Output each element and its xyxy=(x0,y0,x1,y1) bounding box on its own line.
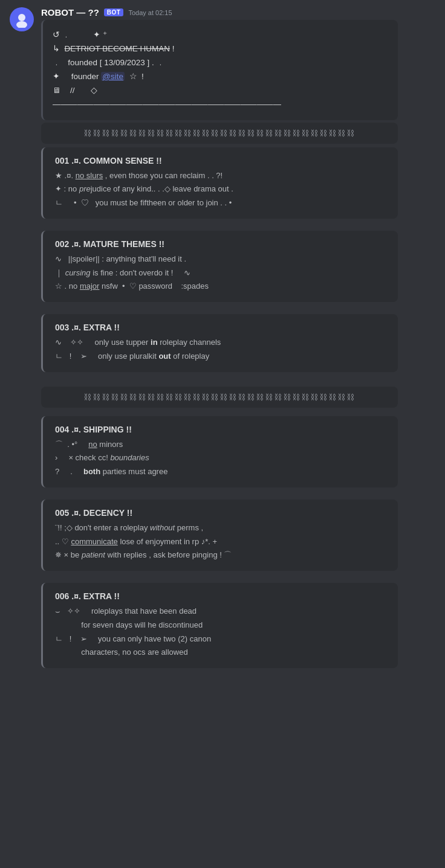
message-content: ROBOT — ?? BOT Today at 02:15 ↺ ﹒ ✦ ⁺ ↳ … xyxy=(41,7,435,672)
message-row: ROBOT — ?? BOT Today at 02:15 ↺ ﹒ ✦ ⁺ ↳ … xyxy=(0,5,445,674)
rule-005-body: ¨!! ;◇ don't enter a roleplay without pe… xyxy=(55,521,388,562)
intro-text: ↺ ﹒ ✦ ⁺ ↳ DETRIOT BECOME HUMAN ! ﹒ found… xyxy=(53,28,388,112)
chain-divider-1: ⛓⛓⛓⛓⛓⛓⛓⛓⛓⛓⛓⛓⛓⛓⛓⛓⛓⛓⛓⛓⛓⛓⛓⛓⛓⛓⛓⛓⛓⛓ xyxy=(41,123,398,144)
svg-point-1 xyxy=(16,21,27,28)
message-area: ROBOT — ?? BOT Today at 02:15 ↺ ﹒ ✦ ⁺ ↳ … xyxy=(0,0,445,679)
rule-004: 004 .¤. SHIPPING !! ⌒ . •° no minors › ×… xyxy=(41,416,398,487)
rule-001-body: ★ .¤. no slurs , even those you can recl… xyxy=(55,169,388,210)
rule-002: 002 .¤. MATURE THEMES !! ∿ ||spoiler|| :… xyxy=(41,231,398,302)
rule-003: 003 .¤. EXTRA !! ∿ ✧✧ only use tupper in… xyxy=(41,314,398,372)
chain-divider-2: ⛓⛓⛓⛓⛓⛓⛓⛓⛓⛓⛓⛓⛓⛓⛓⛓⛓⛓⛓⛓⛓⛓⛓⛓⛓⛓⛓⛓⛓⛓ xyxy=(41,387,398,408)
rule-001-title: 001 .¤. COMMON SENSE !! xyxy=(55,156,388,166)
header-row: ROBOT — ?? BOT Today at 02:15 xyxy=(41,7,435,18)
rule-004-title: 004 .¤. SHIPPING !! xyxy=(55,425,388,434)
rule-005: 005 .¤. DECENCY !! ¨!! ;◇ don't enter a … xyxy=(41,500,398,571)
bot-badge: BOT xyxy=(104,8,124,16)
rule-002-body: ∿ ||spoiler|| : anything that'll need it… xyxy=(55,252,388,294)
rule-006-body: ⌣ ✧✧ roleplays that have been dead for s… xyxy=(55,605,388,660)
rule-003-title: 003 .¤. EXTRA !! xyxy=(55,323,388,332)
avatar xyxy=(10,7,34,31)
rule-002-title: 002 .¤. MATURE THEMES !! xyxy=(55,239,388,249)
svg-point-0 xyxy=(18,14,25,21)
rule-005-title: 005 .¤. DECENCY !! xyxy=(55,508,388,518)
timestamp: Today at 02:15 xyxy=(128,9,172,16)
username: ROBOT — ?? xyxy=(41,7,99,18)
intro-card: ↺ ﹒ ✦ ⁺ ↳ DETRIOT BECOME HUMAN ! ﹒ found… xyxy=(41,20,398,120)
rule-003-body: ∿ ✧✧ only use tupper in roleplay channel… xyxy=(55,336,388,364)
rule-006: 006 .¤. EXTRA !! ⌣ ✧✧ roleplays that hav… xyxy=(41,583,398,668)
rule-004-body: ⌒ . •° no minors › × check cc! boundarie… xyxy=(55,438,388,479)
rule-006-title: 006 .¤. EXTRA !! xyxy=(55,591,388,601)
rule-001: 001 .¤. COMMON SENSE !! ★ .¤. no slurs ,… xyxy=(41,147,398,219)
